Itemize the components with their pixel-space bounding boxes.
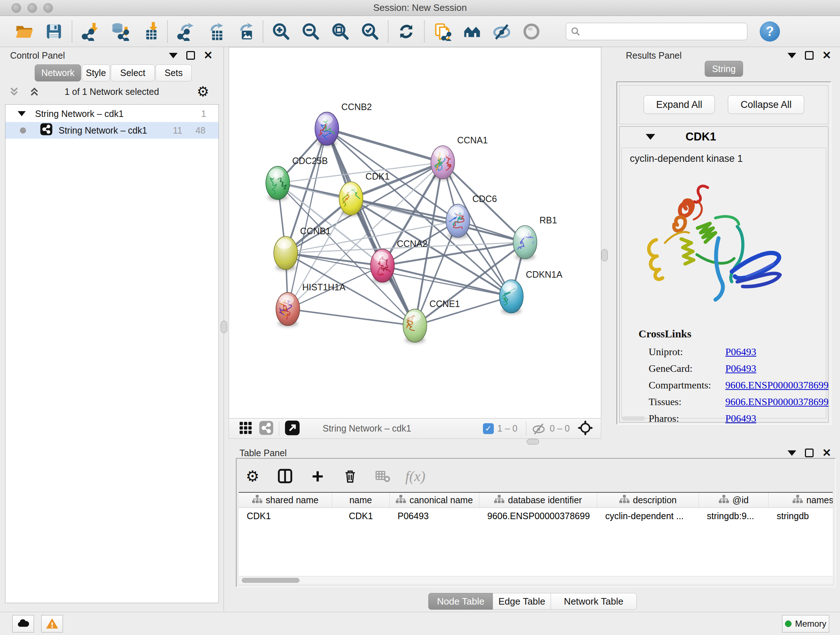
expand-all-button[interactable]: Expand All — [644, 95, 715, 114]
open-session-icon[interactable] — [9, 20, 39, 43]
column-header-id[interactable]: @id — [699, 493, 769, 508]
panel-close-icon[interactable]: ✕ — [822, 448, 831, 457]
import-network-icon[interactable] — [75, 20, 105, 43]
network-collection-row[interactable]: String Network – cdk1 1 — [5, 105, 218, 122]
delete-column-icon[interactable] — [341, 467, 360, 486]
search-input[interactable] — [581, 27, 743, 36]
panel-close-icon[interactable]: ✕ — [204, 51, 213, 60]
help-button[interactable]: ? — [760, 21, 780, 42]
network-node-ccnb1[interactable] — [274, 236, 298, 271]
table-row[interactable]: CDK1 CDK1 P06493 9606.ENSP00000378699 cy… — [239, 508, 833, 524]
search-field[interactable] — [566, 23, 747, 40]
node-table-container: ⚙ + f(x) shared name name canonical name — [236, 458, 836, 587]
hierarchy-icon — [494, 495, 504, 506]
home-icon[interactable] — [457, 20, 487, 43]
network-node-hist1h1a[interactable] — [276, 293, 300, 327]
zoom-in-icon[interactable] — [266, 20, 296, 43]
right-splitter-handle[interactable] — [601, 249, 608, 261]
tab-edge-table[interactable]: Edge Table — [493, 593, 551, 610]
close-window-button[interactable] — [11, 3, 21, 13]
tab-network-table[interactable]: Network Table — [551, 593, 637, 610]
crosslink-pharos-link[interactable]: P06493 — [725, 413, 756, 424]
column-header-namespace[interactable]: namespace — [769, 493, 833, 508]
string-results-container: Expand All Collapse All CDK1 cyclin-depe… — [616, 81, 831, 424]
zoom-out-icon[interactable] — [296, 20, 325, 43]
export-network-icon[interactable] — [171, 20, 201, 43]
delete-table-icon[interactable] — [373, 467, 392, 486]
grid-view-icon[interactable] — [238, 421, 253, 437]
tab-sets[interactable]: Sets — [156, 65, 192, 81]
column-header-canonical-name[interactable]: canonical name — [390, 493, 479, 508]
network-node-cdc25b[interactable] — [266, 166, 290, 201]
import-database-icon[interactable] — [105, 20, 134, 43]
network-node-ccne1[interactable] — [403, 309, 427, 344]
crosslink-compartments-link[interactable]: 9606.ENSP00000378699 — [725, 379, 829, 391]
cloud-button[interactable] — [12, 615, 34, 632]
gene-caret-icon[interactable] — [646, 134, 655, 140]
collapse-all-button[interactable]: Collapse All — [728, 95, 804, 114]
left-splitter-handle[interactable] — [221, 321, 227, 333]
selected-checkbox-icon[interactable]: ✓ — [483, 423, 494, 434]
export-image-icon[interactable] — [230, 20, 260, 43]
tab-select[interactable]: Select — [111, 65, 155, 81]
network-node-cdc6[interactable] — [442, 204, 470, 239]
network-edge[interactable] — [288, 309, 415, 326]
column-header-database-identifier[interactable]: database identifier — [479, 493, 597, 508]
network-view-canvas[interactable]: CCNB2CCNA1CDC25BCDK1CDC6RB1CCNB1CCNA2CDK… — [229, 47, 601, 418]
panel-float-icon[interactable] — [169, 53, 178, 58]
panel-float-icon[interactable] — [788, 53, 796, 58]
network-node-cdkn1a[interactable] — [500, 280, 523, 314]
add-column-icon[interactable]: + — [308, 467, 327, 486]
memory-button[interactable]: Memory — [782, 615, 829, 632]
clone-network-icon[interactable] — [428, 20, 457, 43]
network-row-selected[interactable]: String Network – cdk1 11 48 — [5, 122, 218, 139]
zoom-fit-icon[interactable] — [325, 20, 355, 43]
network-edge[interactable] — [327, 129, 442, 163]
open-in-window-icon[interactable] — [284, 420, 300, 437]
show-all-icon[interactable] — [516, 20, 546, 43]
scrollbar-thumb[interactable] — [242, 578, 300, 583]
crosslink-tissues-link[interactable]: 9606.ENSP00000378699 — [725, 396, 829, 408]
hide-selected-icon[interactable] — [487, 20, 516, 43]
node-table: shared name name canonical name database… — [239, 492, 833, 576]
tab-node-table[interactable]: Node Table — [428, 593, 493, 610]
panel-maximize-icon[interactable] — [186, 51, 195, 60]
table-options-gear-icon[interactable]: ⚙ — [243, 467, 262, 486]
gene-section-header[interactable]: CDK1 — [620, 127, 828, 147]
column-header-shared-name[interactable]: shared name — [239, 493, 332, 508]
tab-style[interactable]: Style — [82, 65, 110, 81]
column-header-name[interactable]: name — [332, 493, 390, 508]
warnings-button[interactable] — [41, 615, 63, 632]
crosslink-uniprot-link[interactable]: P06493 — [725, 346, 756, 358]
table-horizontal-scrollbar[interactable] — [239, 576, 833, 584]
network-node-ccna1[interactable] — [430, 146, 455, 180]
export-table-icon[interactable] — [201, 20, 230, 43]
show-columns-icon[interactable] — [276, 467, 294, 486]
minimize-window-button[interactable] — [27, 3, 37, 13]
tab-network[interactable]: Network — [35, 65, 81, 81]
panel-float-icon[interactable] — [788, 450, 796, 456]
maximize-window-button[interactable] — [43, 3, 53, 13]
network-style-icon[interactable] — [259, 420, 274, 437]
network-options-gear-icon[interactable]: ⚙ — [197, 85, 209, 98]
table-tabs: Node Table Edge Table Network Table — [428, 593, 637, 610]
import-table-icon[interactable] — [134, 20, 164, 43]
save-session-icon[interactable] — [39, 20, 69, 43]
panel-close-icon[interactable]: ✕ — [822, 51, 831, 60]
collection-caret-icon[interactable] — [18, 111, 26, 116]
refresh-view-icon[interactable] — [392, 20, 421, 43]
crosslink-genecard-link[interactable]: P06493 — [725, 363, 756, 374]
node-label-ccnb2: CCNB2 — [341, 102, 372, 112]
network-node-rb1[interactable] — [513, 226, 537, 260]
panel-maximize-icon[interactable] — [805, 51, 813, 60]
zoom-selected-icon[interactable] — [355, 20, 385, 43]
string-network-graph[interactable]: CCNB2CCNA1CDC25BCDK1CDC6RB1CCNB1CCNA2CDK… — [229, 48, 601, 418]
tab-string[interactable]: String — [705, 61, 743, 77]
panel-maximize-icon[interactable] — [805, 448, 813, 457]
bottom-splitter-handle[interactable] — [527, 439, 539, 445]
birds-eye-view-icon[interactable] — [577, 420, 594, 438]
results-scrollbar-thumb[interactable] — [622, 416, 645, 421]
column-header-description[interactable]: description — [597, 493, 699, 508]
network-edge[interactable] — [327, 129, 415, 326]
function-builder-icon[interactable]: f(x) — [406, 467, 425, 486]
